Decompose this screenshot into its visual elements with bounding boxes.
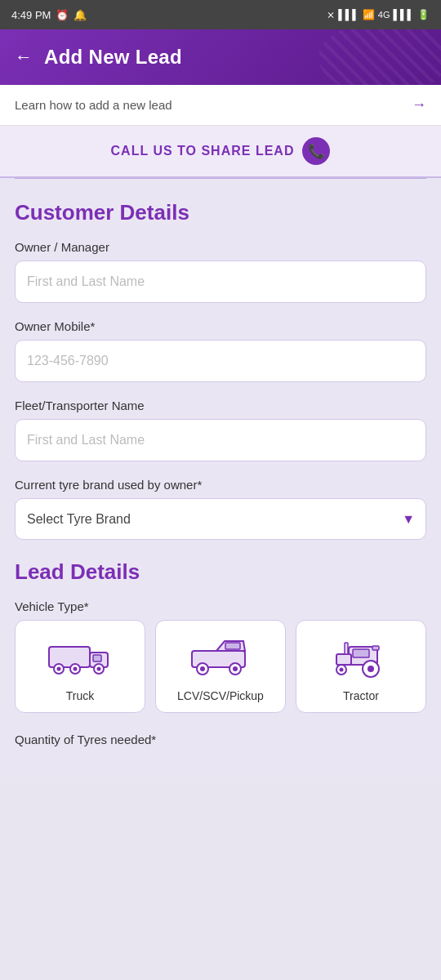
battery-icon: 🔋 (417, 9, 430, 20)
status-left: 4:49 PM ⏰ 🔔 (11, 9, 87, 21)
owner-label: Owner / Manager (15, 240, 426, 254)
bluetooth-icon: ⨯ (327, 9, 335, 20)
customer-details-section: Customer Details Owner / Manager Owner M… (15, 200, 426, 540)
svg-point-23 (340, 667, 344, 671)
vehicle-card-truck[interactable]: Truck (15, 620, 145, 713)
lcv-label: LCV/SCV/Pickup (177, 689, 264, 702)
page-title: Add New Lead (44, 46, 182, 69)
svg-point-12 (200, 666, 205, 671)
lcv-icon (188, 632, 253, 681)
tyre-brand-select[interactable]: Select Tyre Brand (15, 498, 426, 540)
svg-point-14 (233, 666, 238, 671)
main-content: Customer Details Owner / Manager Owner M… (0, 179, 441, 777)
page-header: ← Add New Lead (0, 29, 441, 85)
call-banner[interactable]: CALL US TO SHARE LEAD 📞 (0, 126, 441, 178)
vehicle-type-label: Vehicle Type* (15, 599, 426, 613)
learn-arrow-icon: → (412, 96, 426, 114)
learn-banner[interactable]: Learn how to add a new lead → (0, 85, 441, 126)
fleet-label: Fleet/Transporter Name (15, 399, 426, 412)
signal2-icon: ▌▌▌ (393, 9, 414, 20)
svg-point-8 (97, 666, 101, 670)
svg-rect-19 (372, 646, 379, 650)
back-button[interactable]: ← (15, 47, 33, 68)
mobile-label: Owner Mobile* (15, 319, 426, 333)
truck-icon (47, 632, 113, 681)
truck-label: Truck (66, 689, 94, 702)
svg-point-21 (368, 666, 374, 672)
status-bar: 4:49 PM ⏰ 🔔 ⨯ ▌▌▌ 📶 4G ▌▌▌ 🔋 (0, 0, 441, 29)
svg-rect-18 (353, 649, 369, 657)
vehicle-card-lcv[interactable]: LCV/SCV/Pickup (155, 620, 286, 713)
owner-mobile-input[interactable] (15, 340, 426, 382)
svg-rect-17 (345, 643, 348, 654)
quantity-tyres-label: Quantity of Tyres needed* (15, 733, 426, 746)
svg-rect-16 (336, 654, 351, 665)
alarm-icon: ⏰ (56, 9, 69, 21)
phone-icon: 📞 (302, 137, 330, 165)
tyre-brand-dropdown-wrap: Select Tyre Brand ▼ (15, 498, 426, 540)
tyre-brand-label: Current tyre brand used by owner* (15, 478, 426, 492)
learn-text: Learn how to add a new lead (15, 98, 172, 112)
tractor-label: Tractor (343, 689, 379, 702)
svg-rect-10 (225, 643, 240, 649)
call-text: CALL US TO SHARE LEAD (111, 144, 295, 158)
vehicle-type-grid: Truck (15, 620, 426, 713)
wifi-icon: 📶 (363, 9, 375, 20)
lead-details-section: Lead Details Vehicle Type* (15, 559, 426, 746)
lead-section-title: Lead Details (15, 559, 426, 585)
svg-point-4 (57, 666, 61, 670)
tractor-icon (328, 632, 394, 681)
status-right: ⨯ ▌▌▌ 📶 4G ▌▌▌ 🔋 (327, 9, 430, 20)
fleet-name-input[interactable] (15, 419, 426, 461)
4g-label: 4G (378, 10, 390, 20)
svg-rect-2 (93, 655, 101, 662)
owner-name-input[interactable] (15, 261, 426, 303)
svg-point-6 (74, 666, 78, 670)
svg-rect-0 (49, 647, 90, 667)
vehicle-card-tractor[interactable]: Tractor (296, 620, 426, 713)
notification-icon: 🔔 (74, 9, 87, 21)
customer-section-title: Customer Details (15, 200, 426, 225)
status-time: 4:49 PM (11, 9, 51, 21)
signal-icon: ▌▌▌ (338, 9, 359, 20)
